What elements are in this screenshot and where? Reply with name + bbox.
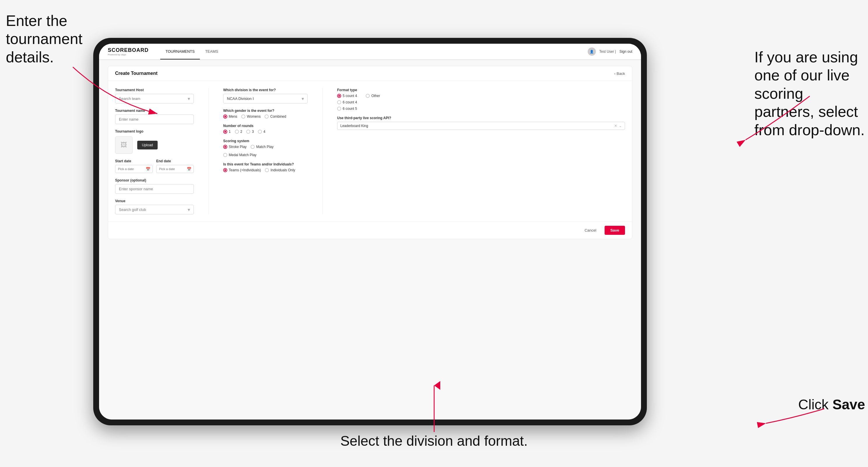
col-divider-1 — [208, 88, 209, 214]
rounds-radio-group: 1 2 3 — [223, 130, 308, 134]
scoring-medal-radio[interactable] — [223, 153, 227, 157]
round-1[interactable]: 1 — [223, 130, 231, 134]
round-1-radio[interactable] — [223, 130, 227, 134]
division-select-wrapper: ▼ — [223, 94, 308, 103]
format-5count4[interactable]: 5 count 4 — [337, 94, 357, 98]
format-col-2: Other — [366, 94, 380, 111]
annotation-top-left: Enter the tournament details. — [6, 12, 87, 66]
venue-label: Venue — [115, 199, 194, 203]
live-scoring-group: Use third-party live scoring API? Leader… — [337, 116, 625, 130]
event-teams-radio[interactable] — [223, 168, 227, 172]
gender-combined[interactable]: Combined — [265, 115, 286, 119]
gender-womens[interactable]: Womens — [241, 115, 260, 119]
scoring-stroke-label: Stroke Play — [229, 145, 247, 149]
start-date-label: Start date — [115, 159, 153, 163]
search-team-input[interactable] — [115, 94, 194, 103]
event-teams[interactable]: Teams (+Individuals) — [223, 168, 261, 172]
round-3-radio[interactable] — [246, 130, 250, 134]
scoring-stroke[interactable]: Stroke Play — [223, 145, 247, 149]
round-1-label: 1 — [229, 130, 231, 134]
gender-mens-label: Mens — [229, 115, 237, 119]
end-date-group: End date 📅 — [156, 159, 194, 173]
format-5count4-radio[interactable] — [337, 94, 341, 98]
scoring-match-label: Match Play — [256, 145, 273, 149]
scoring-match[interactable]: Match Play — [251, 145, 273, 149]
round-2[interactable]: 2 — [235, 130, 242, 134]
api-field-actions: ✕ ⌄ — [614, 124, 622, 128]
rounds-label: Number of rounds — [223, 124, 308, 128]
sponsor-input[interactable] — [115, 184, 194, 194]
col-divider-2 — [322, 88, 322, 214]
annotation-bottom-center: Select the division and format. — [340, 433, 528, 449]
scoring-stroke-radio[interactable] — [223, 145, 227, 149]
back-link[interactable]: Back — [614, 71, 625, 76]
logo-placeholder: 🖼 — [115, 136, 132, 154]
division-input[interactable] — [223, 94, 308, 103]
tournament-name-group: Tournament name — [115, 109, 194, 124]
event-for-label: Is this event for Teams and/or Individua… — [223, 162, 308, 166]
format-6count4[interactable]: 6 count 4 — [337, 100, 357, 104]
format-6count5[interactable]: 6 count 5 — [337, 106, 357, 111]
tournament-name-label: Tournament name — [115, 109, 194, 113]
gender-combined-radio[interactable] — [265, 115, 269, 119]
calendar-end-icon: 📅 — [187, 167, 191, 171]
format-6count4-radio[interactable] — [337, 100, 341, 104]
venue-search-icon: ▼ — [187, 208, 191, 212]
api-chevron-icon[interactable]: ⌄ — [619, 124, 622, 128]
gender-radio-group: Mens Womens Combined — [223, 115, 308, 119]
tournament-name-input[interactable] — [115, 115, 194, 124]
division-chevron-icon: ▼ — [301, 96, 305, 101]
format-6count5-radio[interactable] — [337, 106, 341, 111]
round-4-label: 4 — [264, 130, 266, 134]
event-individuals[interactable]: Individuals Only — [265, 168, 295, 172]
sign-out-link[interactable]: Sign out — [619, 50, 632, 54]
division-group: Which division is the event for? ▼ — [223, 88, 308, 103]
save-button[interactable]: Save — [604, 226, 625, 235]
tab-teams[interactable]: TEAMS — [200, 44, 223, 59]
event-individuals-label: Individuals Only — [270, 168, 295, 172]
round-4[interactable]: 4 — [258, 130, 266, 134]
round-2-radio[interactable] — [235, 130, 239, 134]
annotation-bottom-right: Click Save — [798, 396, 865, 413]
form-col-left: Tournament Host ▼ Tournament name Tourna — [115, 88, 194, 214]
scoring-medal-label: Medal Match Play — [229, 153, 256, 157]
avatar: 👤 — [588, 48, 596, 56]
format-6count5-label: 6 count 5 — [343, 106, 357, 111]
form-body: Tournament Host ▼ Tournament name Tourna — [108, 81, 632, 221]
event-individuals-radio[interactable] — [265, 168, 269, 172]
cancel-button[interactable]: Cancel — [580, 226, 601, 235]
format-other-radio[interactable] — [366, 94, 370, 98]
rounds-group: Number of rounds 1 2 — [223, 124, 308, 134]
gender-group: Which gender is the event for? Mens Wome… — [223, 109, 308, 119]
upload-button[interactable]: Upload — [137, 141, 158, 150]
live-scoring-field[interactable]: Leaderboard King ✕ ⌄ — [337, 122, 625, 130]
division-label: Which division is the event for? — [223, 88, 308, 92]
gender-womens-radio[interactable] — [241, 115, 245, 119]
sponsor-label: Sponsor (optional) — [115, 178, 194, 182]
format-other[interactable]: Other — [366, 94, 380, 98]
app-header: SCOREBOARD Powered by clippi TOURNAMENTS… — [99, 44, 641, 60]
form-col-middle: Which division is the event for? ▼ Which… — [223, 88, 308, 214]
scoring-match-radio[interactable] — [251, 145, 255, 149]
form-col-right: Format type 5 count 4 6 count — [337, 88, 625, 214]
tournament-host-label: Tournament Host — [115, 88, 194, 92]
form-container: Create Tournament Back Tournament Host ▼ — [108, 66, 632, 239]
round-3[interactable]: 3 — [246, 130, 254, 134]
search-golf-club-input[interactable] — [115, 205, 194, 214]
scoring-medal[interactable]: Medal Match Play — [223, 153, 256, 157]
end-date-label: End date — [156, 159, 194, 163]
format-type-group: Format type 5 count 4 6 count — [337, 88, 625, 111]
scoring-group: Scoring system Stroke Play Match Play — [223, 139, 308, 157]
form-title: Create Tournament — [115, 71, 158, 76]
calendar-icon: 📅 — [146, 167, 150, 171]
tab-tournaments[interactable]: TOURNAMENTS — [160, 44, 200, 59]
logo-sub: Powered by clippi — [108, 53, 149, 56]
gender-mens-radio[interactable] — [223, 115, 227, 119]
logo-upload-area: 🖼 Upload — [115, 136, 194, 154]
api-clear-icon[interactable]: ✕ — [614, 124, 617, 128]
format-col-1: 5 count 4 6 count 4 6 count 5 — [337, 94, 357, 111]
gender-womens-label: Womens — [247, 115, 260, 119]
round-4-radio[interactable] — [258, 130, 262, 134]
gender-mens[interactable]: Mens — [223, 115, 237, 119]
gender-label: Which gender is the event for? — [223, 109, 308, 113]
